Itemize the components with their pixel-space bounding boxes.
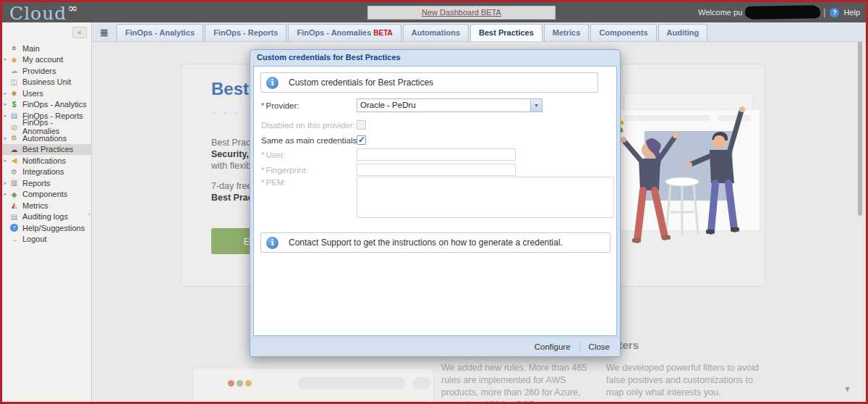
- tab-finops-anomalies[interactable]: FinOps - AnomaliesBETA: [288, 24, 401, 41]
- sidebar-item-components[interactable]: ▸◆Components: [2, 189, 91, 201]
- user-field: [357, 148, 516, 161]
- dialog-title: Custom credentials for Best Practices: [250, 50, 620, 66]
- rules-description: We added new rules. More than 465 rules …: [441, 362, 590, 404]
- logout-icon: →: [9, 235, 20, 243]
- sidebar-collapse-button[interactable]: «: [72, 27, 87, 38]
- provider-dropdown[interactable]: Oracle - PeDru ▼: [357, 98, 542, 112]
- sidebar-menu: ≡Main ▸☻My account ☁Providers ◫Business …: [2, 43, 91, 245]
- user-area: Welcome pu | ? Help: [698, 2, 860, 22]
- new-dashboard-link[interactable]: New Dashboard BETA: [367, 6, 556, 20]
- app-window: Cloud∞ New Dashboard BETA Welcome pu | ?…: [0, 0, 868, 404]
- sidebar-item-main[interactable]: ≡Main: [2, 43, 91, 54]
- sidebar-item-help-suggestions[interactable]: ?Help/Suggestions: [2, 222, 91, 234]
- button-divider: [579, 342, 580, 352]
- user-icon: ☻: [9, 56, 20, 64]
- carousel-dots: - - -: [213, 108, 241, 118]
- configure-button[interactable]: Configure: [532, 341, 574, 353]
- menu-icon: ≡: [9, 44, 20, 52]
- custom-credentials-dialog: Custom credentials for Best Practices i …: [250, 49, 621, 357]
- sidebar-item-business-unit[interactable]: ◫Business Unit: [2, 77, 91, 88]
- scroll-down-icon[interactable]: ▼: [843, 384, 851, 393]
- gear-icon: ⚙: [9, 168, 20, 176]
- tab-finops-reports[interactable]: FinOps - Reports: [205, 24, 286, 41]
- sidebar-item-finops-analytics[interactable]: ▸$FinOps - Analytics: [2, 99, 91, 111]
- disabled-on-provider-checkbox: [357, 120, 366, 130]
- tab-list-icon[interactable]: ≣: [95, 24, 114, 41]
- help-icon: ?: [10, 224, 18, 232]
- tab-components[interactable]: Components: [590, 24, 656, 41]
- vertical-scrollbar[interactable]: [858, 31, 862, 216]
- tab-automations[interactable]: Automations: [403, 24, 469, 41]
- document-icon: ▤: [9, 111, 20, 119]
- sidebar-item-integrations[interactable]: ⚙Integrations: [2, 167, 91, 178]
- sidebar-item-reports[interactable]: ▸▥Reports: [2, 177, 91, 189]
- tab-finops-analytics[interactable]: FinOps - Analytics: [116, 24, 203, 41]
- automation-icon: ⚙: [9, 134, 20, 142]
- cloud-icon: ☁: [9, 67, 20, 75]
- sidebar-item-best-practices[interactable]: ☁Best Practices: [2, 144, 91, 156]
- window-dot-yellow: [245, 380, 252, 387]
- org-icon: ◫: [9, 78, 20, 86]
- sidebar-item-my-account[interactable]: ▸☻My account: [2, 54, 91, 66]
- fingerprint-field: [357, 164, 516, 176]
- dollar-icon: $: [9, 101, 20, 109]
- window-dot-red: [228, 380, 234, 387]
- mockup-address-bar: [298, 377, 405, 390]
- sidebar-resize-handle[interactable]: ‹: [88, 211, 90, 218]
- mockup-content-strip: [199, 400, 429, 404]
- tab-bar: ≣ FinOps - Analytics FinOps - Reports Fi…: [92, 22, 866, 42]
- users-icon: ☻: [9, 89, 20, 97]
- dialog-footer: Configure Close: [250, 337, 620, 356]
- log-icon: ▤: [9, 213, 20, 221]
- window-dot-green: [237, 380, 243, 387]
- sidebar-item-users[interactable]: ▸☻Users: [2, 88, 91, 99]
- browser-mockup-card: [192, 368, 434, 404]
- welcome-text: Welcome pu: [698, 8, 742, 17]
- cloud-sync-icon: ☁: [9, 146, 20, 153]
- dialog-body: i Custom credentials for Best Practices …: [253, 66, 617, 336]
- filters-description: We developed powerful filters to avoid f…: [606, 362, 773, 399]
- report-icon: ▥: [9, 179, 20, 187]
- separator: |: [823, 7, 825, 17]
- same-as-main-checkbox[interactable]: [357, 135, 366, 145]
- top-bar: Cloud∞ New Dashboard BETA Welcome pu | ?…: [2, 2, 866, 22]
- sidebar-item-auditing-logs[interactable]: ▤Auditing logs: [2, 211, 91, 223]
- help-link[interactable]: Help: [843, 8, 860, 17]
- chart-icon: ◭: [9, 201, 20, 209]
- sidebar-item-finops-anomalies[interactable]: ◎FinOps - Anomalies: [2, 122, 91, 133]
- sidebar-item-metrics[interactable]: ◭Metrics: [2, 200, 91, 211]
- tab-metrics[interactable]: Metrics: [544, 24, 590, 41]
- provider-row: *Provider: Oracle - PeDru ▼: [254, 98, 616, 112]
- sidebar-item-providers[interactable]: ☁Providers: [2, 65, 91, 77]
- infinity-icon: ∞: [67, 1, 78, 15]
- help-icon[interactable]: ?: [830, 8, 839, 17]
- close-button[interactable]: Close: [586, 341, 613, 353]
- info-icon: i: [266, 77, 278, 89]
- magnifier-icon: ◎: [9, 123, 20, 131]
- sidebar-item-logout[interactable]: →Logout: [2, 234, 91, 245]
- redacted-username: [746, 6, 819, 19]
- info-banner: i Custom credentials for Best Practices: [260, 72, 598, 93]
- pem-field: [357, 177, 614, 218]
- megaphone-icon: ◀: [9, 156, 20, 164]
- disabled-on-provider-row: Disabled on this provider:: [254, 118, 616, 132]
- required-marker: *: [261, 101, 264, 110]
- user-row: *User:: [254, 148, 616, 161]
- teamwork-illustration: [610, 89, 765, 274]
- info-icon: i: [266, 237, 278, 249]
- support-banner: i Contact Support to get the instruction…: [260, 232, 610, 253]
- sidebar: « ≡Main ▸☻My account ☁Providers ◫Busines…: [2, 22, 92, 402]
- fingerprint-row: *Fingerprint:: [254, 163, 616, 177]
- app-logo: Cloud∞: [9, 1, 78, 24]
- tab-auditing[interactable]: Auditing: [658, 24, 708, 41]
- tab-best-practices[interactable]: Best Practices: [470, 24, 542, 41]
- same-as-main-row: Same as main credentials:: [254, 133, 616, 147]
- beta-badge: BETA: [373, 29, 392, 37]
- hero-paragraph-1: Best Practi Security, I with flexib: [211, 137, 255, 172]
- mockup-button: [412, 377, 431, 390]
- sidebar-item-notifications[interactable]: ▸◀Notifications: [2, 155, 91, 167]
- puzzle-icon: ◆: [9, 190, 20, 198]
- chevron-down-icon[interactable]: ▼: [530, 99, 542, 111]
